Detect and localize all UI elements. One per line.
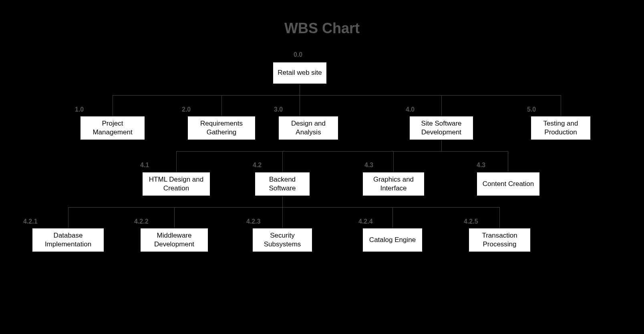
node-l1: Requirements Gathering: [187, 116, 256, 140]
node-label: Requirements Gathering: [190, 119, 253, 137]
connector: [508, 151, 508, 172]
node-l1: Testing and Production: [531, 116, 591, 140]
node-num: 2.0: [182, 106, 191, 113]
node-num: 4.2.3: [246, 218, 261, 225]
node-label: Project Management: [83, 119, 142, 137]
node-l3: Database Implementation: [32, 228, 104, 252]
connector: [393, 151, 394, 172]
node-label: Transaction Processing: [471, 231, 528, 249]
node-num: 4.0: [406, 106, 415, 113]
node-l3: Catalog Engine: [362, 228, 423, 252]
node-num: 4.3: [477, 162, 485, 169]
connector: [282, 207, 283, 228]
node-label: Backend Software: [258, 175, 307, 193]
connector: [300, 95, 300, 116]
node-num: 1.0: [75, 106, 84, 113]
node-label: Site Software Development: [412, 119, 471, 137]
connector: [282, 151, 283, 172]
node-label: Design and Analysis: [281, 119, 336, 137]
node-num: 4.2.4: [358, 218, 373, 225]
connector: [113, 95, 561, 96]
node-label: Retail web site: [278, 68, 322, 77]
node-l2: Content Creation: [477, 172, 540, 196]
node-root: Retail web site: [273, 62, 327, 84]
node-l1: Design and Analysis: [278, 116, 338, 140]
connector: [561, 95, 561, 116]
node-label: Security Subsystems: [255, 231, 310, 249]
node-l3: Middleware Development: [140, 228, 208, 252]
node-label: Catalog Engine: [369, 236, 416, 244]
node-label: Database Implementation: [35, 231, 101, 249]
node-l3: Security Subsystems: [252, 228, 312, 252]
node-label: Middleware Development: [143, 231, 205, 249]
node-l2: HTML Design and Creation: [142, 172, 210, 196]
connector: [392, 207, 393, 228]
connector: [68, 207, 500, 208]
node-label: Testing and Production: [533, 119, 588, 137]
node-num: 4.2.5: [464, 218, 478, 225]
node-l2: Graphics and Interface: [362, 172, 425, 196]
connector: [113, 95, 113, 116]
connector: [176, 151, 177, 172]
node-num: 5.0: [527, 106, 536, 113]
node-num: 4.3: [364, 162, 373, 169]
connector: [282, 196, 283, 207]
connector: [68, 207, 68, 228]
node-num: 4.2.1: [23, 218, 38, 225]
node-num: 4.2.2: [134, 218, 149, 225]
node-label: Content Creation: [483, 180, 534, 188]
connector: [300, 84, 300, 95]
node-l1: Project Management: [80, 116, 145, 140]
node-label: Graphics and Interface: [365, 175, 422, 193]
connector: [441, 140, 442, 151]
node-num: 4.1: [140, 162, 149, 169]
node-num-root: 0.0: [294, 51, 302, 58]
connector: [221, 95, 222, 116]
node-l3: Transaction Processing: [469, 228, 531, 252]
connector: [499, 207, 500, 228]
connector: [174, 207, 175, 228]
connector: [176, 151, 508, 152]
node-num: 3.0: [274, 106, 283, 113]
node-l2: Backend Software: [255, 172, 310, 196]
connector: [441, 95, 442, 116]
node-l1: Site Software Development: [409, 116, 473, 140]
node-num: 4.2: [253, 162, 262, 169]
node-label: HTML Design and Creation: [145, 175, 207, 193]
chart-title: WBS Chart: [284, 20, 360, 37]
